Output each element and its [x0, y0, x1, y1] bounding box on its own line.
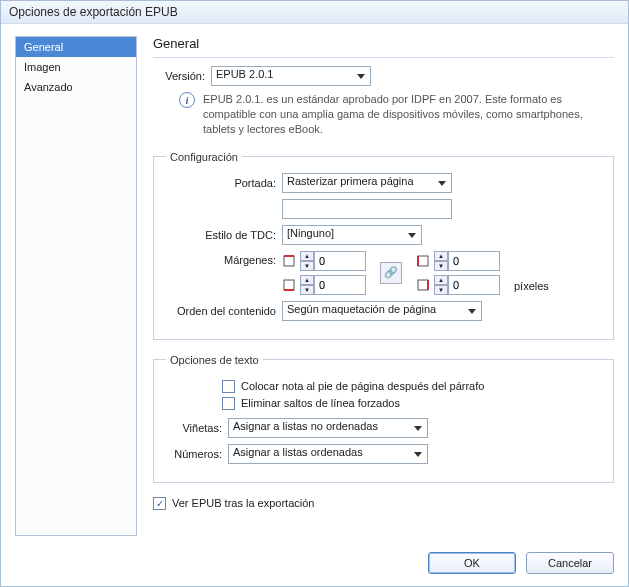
svg-rect-0 [284, 256, 294, 266]
sidebar-item-avanzado[interactable]: Avanzado [16, 77, 136, 97]
linebreaks-row: Eliminar saltos de línea forzados [222, 397, 601, 410]
dialog-window: Opciones de exportación EPUB General Ima… [0, 0, 629, 587]
linebreaks-checkbox[interactable] [222, 397, 235, 410]
version-value: EPUB 2.0.1 [216, 68, 273, 80]
sidebar-item-imagen[interactable]: Imagen [16, 57, 136, 77]
footnote-row: Colocar nota al pie de página después de… [222, 380, 601, 393]
spin-down-icon[interactable]: ▼ [300, 285, 314, 295]
numbers-row: Números: Asignar a listas ordenadas [166, 444, 601, 464]
spin-down-icon[interactable]: ▼ [434, 261, 448, 271]
margin-top-input[interactable] [314, 251, 366, 271]
cover-row: Portada: Rasterizar primera página [166, 173, 601, 193]
margin-top-spinner[interactable]: ▲▼ [300, 251, 366, 271]
cover-path-input[interactable] [282, 199, 452, 219]
bullets-select[interactable]: Asignar a listas no ordenadas [228, 418, 428, 438]
config-fieldset: Configuración Portada: Rasterizar primer… [153, 151, 614, 340]
margin-top-icon [282, 254, 296, 268]
cover-select[interactable]: Rasterizar primera página [282, 173, 452, 193]
margin-bottom-icon [282, 278, 296, 292]
order-select[interactable]: Según maquetación de página [282, 301, 482, 321]
dialog-footer: OK Cancelar [1, 544, 628, 586]
spin-up-icon[interactable]: ▲ [434, 251, 448, 261]
text-options-legend: Opciones de texto [166, 354, 263, 366]
page-title: General [153, 36, 614, 51]
numbers-value: Asignar a listas ordenadas [233, 446, 363, 458]
footnote-checkbox[interactable] [222, 380, 235, 393]
version-select[interactable]: EPUB 2.0.1 [211, 66, 371, 86]
spin-down-icon[interactable]: ▼ [434, 285, 448, 295]
ok-label: OK [464, 557, 480, 569]
text-options-fieldset: Opciones de texto Colocar nota al pie de… [153, 354, 614, 483]
sidebar-item-label: Imagen [24, 61, 61, 73]
info-icon: i [179, 92, 195, 108]
numbers-label: Números: [166, 448, 222, 460]
ok-button[interactable]: OK [428, 552, 516, 574]
toc-select[interactable]: [Ninguno] [282, 225, 422, 245]
svg-rect-6 [418, 280, 428, 290]
svg-rect-2 [284, 280, 294, 290]
margin-right-spinner[interactable]: ▲▼ [434, 275, 500, 295]
margins-row: Márgenes: ▲▼ [166, 251, 601, 295]
version-row: Versión: EPUB 2.0.1 [153, 66, 614, 86]
order-row: Orden del contenido Según maquetación de… [166, 301, 601, 321]
margin-left-input[interactable] [448, 251, 500, 271]
margin-bottom-spinner[interactable]: ▲▼ [300, 275, 366, 295]
spin-up-icon[interactable]: ▲ [434, 275, 448, 285]
cover-label: Portada: [166, 177, 276, 189]
order-label: Orden del contenido [166, 305, 276, 317]
bullets-value: Asignar a listas no ordenadas [233, 420, 378, 432]
cover-value: Rasterizar primera página [287, 175, 414, 187]
margin-right-icon [416, 278, 430, 292]
spin-up-icon[interactable]: ▲ [300, 275, 314, 285]
margins-link-icon[interactable]: 🔗 [380, 262, 402, 284]
view-after-checkbox[interactable]: ✓ [153, 497, 166, 510]
margins-label: Márgenes: [166, 251, 276, 266]
margin-bottom-input[interactable] [314, 275, 366, 295]
main-panel: General Versión: EPUB 2.0.1 i EPUB 2.0.1… [153, 36, 614, 536]
view-after-label[interactable]: Ver EPUB tras la exportación [172, 497, 314, 509]
spin-up-icon[interactable]: ▲ [300, 251, 314, 261]
window-titlebar: Opciones de exportación EPUB [1, 1, 628, 24]
margin-left-spinner[interactable]: ▲▼ [434, 251, 500, 271]
order-value: Según maquetación de página [287, 303, 436, 315]
bullets-label: Viñetas: [166, 422, 222, 434]
sidebar-item-label: General [24, 41, 63, 53]
cover-path-row [166, 199, 601, 219]
numbers-select[interactable]: Asignar a listas ordenadas [228, 444, 428, 464]
sidebar-item-label: Avanzado [24, 81, 73, 93]
bullets-row: Viñetas: Asignar a listas no ordenadas [166, 418, 601, 438]
version-info-row: i EPUB 2.0.1. es un estándar aprobado po… [179, 92, 614, 137]
version-info-text: EPUB 2.0.1. es un estándar aprobado por … [203, 92, 614, 137]
toc-row: Estilo de TDC: [Ninguno] [166, 225, 601, 245]
margins-unit: píxeles [514, 280, 549, 295]
sidebar: General Imagen Avanzado [15, 36, 137, 536]
config-legend: Configuración [166, 151, 242, 163]
cancel-label: Cancelar [548, 557, 592, 569]
margin-right-input[interactable] [448, 275, 500, 295]
version-label: Versión: [153, 70, 205, 82]
toc-label: Estilo de TDC: [166, 229, 276, 241]
window-title: Opciones de exportación EPUB [9, 5, 178, 19]
svg-rect-4 [418, 256, 428, 266]
dialog-body: General Imagen Avanzado General Versión:… [1, 24, 628, 544]
view-after-row: ✓ Ver EPUB tras la exportación [153, 497, 614, 510]
margin-left-icon [416, 254, 430, 268]
divider [153, 57, 614, 58]
spin-down-icon[interactable]: ▼ [300, 261, 314, 271]
cancel-button[interactable]: Cancelar [526, 552, 614, 574]
toc-value: [Ninguno] [287, 227, 334, 239]
footnote-label[interactable]: Colocar nota al pie de página después de… [241, 380, 484, 392]
margins-group: ▲▼ ▲▼ [282, 251, 549, 295]
linebreaks-label[interactable]: Eliminar saltos de línea forzados [241, 397, 400, 409]
sidebar-item-general[interactable]: General [16, 37, 136, 57]
